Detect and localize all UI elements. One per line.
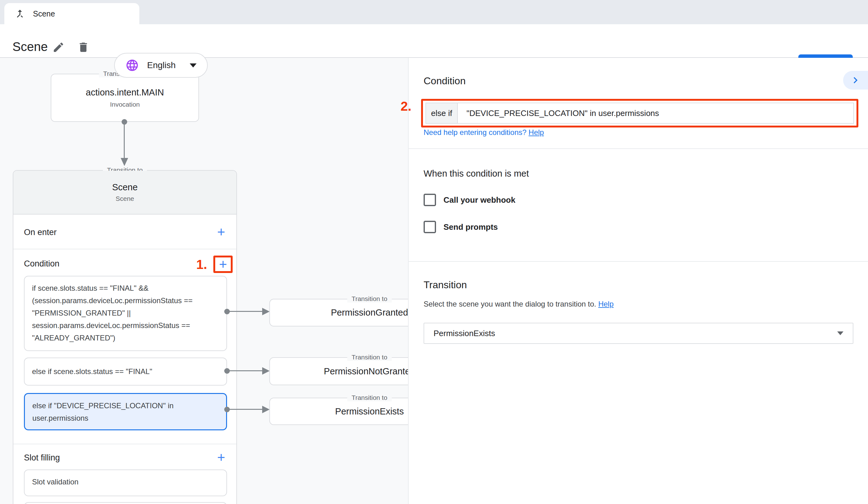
divider: [409, 148, 868, 149]
globe-icon: [125, 59, 139, 72]
transition-help-link[interactable]: Help: [598, 300, 613, 308]
collapse-panel-button[interactable]: [843, 71, 868, 90]
slot-filling-label: Slot filling: [24, 453, 60, 463]
flow-connector-line: [229, 370, 264, 371]
scene-merge-icon: [14, 8, 25, 19]
edit-scene-icon[interactable]: [52, 41, 65, 53]
transition-heading: Transition: [424, 279, 467, 291]
call-webhook-label: Call your webhook: [444, 195, 515, 205]
scene-card-header[interactable]: Scene Scene: [13, 171, 236, 214]
page-title: Scene: [12, 40, 48, 54]
transition-from-box[interactable]: Transition from actions.intent.MAIN Invo…: [51, 74, 199, 122]
transition-description-text: Select the scene you want the dialog to …: [424, 300, 598, 308]
intent-name: actions.intent.MAIN: [86, 87, 164, 98]
on-enter-label: On enter: [24, 228, 56, 237]
call-webhook-checkbox[interactable]: [424, 194, 436, 206]
page-header: Scene English Cancel Save: [0, 24, 868, 58]
target-scene-name: PermissionExists: [335, 406, 404, 417]
transition-from-content: actions.intent.MAIN Invocation: [51, 74, 198, 121]
flow-connector-line: [229, 409, 264, 410]
condition-prefix: else if: [426, 103, 458, 123]
condition-detail-panel: Condition else if "DEVICE_PRECISE_LOCATI…: [408, 58, 868, 504]
annotation-1: 1.: [196, 257, 207, 272]
condition-item-2[interactable]: else if scene.slots.status == "FINAL": [24, 358, 227, 386]
arrow-right-icon: [262, 406, 270, 413]
scene-subtitle: Scene: [116, 195, 134, 202]
add-on-enter-button[interactable]: +: [214, 225, 228, 239]
condition-heading: Condition: [424, 75, 466, 87]
language-value: English: [147, 60, 182, 70]
condition-expression-input[interactable]: "DEVICE_PRECISE_LOCATION" in user.permis…: [458, 103, 854, 123]
condition-item-1[interactable]: if scene.slots.status == "FINAL" && (ses…: [24, 276, 227, 351]
annotation-2: 2.: [401, 99, 412, 114]
divider: [13, 249, 236, 249]
add-slot-button[interactable]: +: [214, 450, 228, 464]
target-scene-name: PermissionNotGranted: [324, 366, 415, 377]
annotation-2-highlight-box: else if "DEVICE_PRECISE_LOCATION" in use…: [421, 99, 858, 127]
scene-title: Scene: [112, 182, 137, 192]
transition-scene-value: PermissionExists: [434, 329, 837, 338]
target-scene-name: PermissionGranted: [331, 307, 408, 318]
webhook-checkbox-row: Call your webhook: [424, 194, 515, 206]
condition-help-line: Need help entering conditions? Help: [424, 128, 544, 137]
delete-scene-icon[interactable]: [77, 41, 90, 53]
language-caret-icon: [190, 63, 197, 67]
send-prompts-label: Send prompts: [444, 222, 498, 232]
slot-validation-item[interactable]: Slot validation: [24, 470, 227, 496]
language-selector[interactable]: English: [114, 53, 208, 78]
arrow-right-icon: [262, 367, 270, 375]
condition-field: else if "DEVICE_PRECISE_LOCATION" in use…: [425, 103, 854, 124]
condition-item-3-selected[interactable]: else if "DEVICE_PRECISE_LOCATION" in use…: [24, 393, 227, 430]
transition-description: Select the scene you want the dialog to …: [424, 300, 613, 308]
tab-scene-label: Scene: [33, 9, 55, 18]
chevron-right-icon: [849, 74, 862, 86]
scene-card: Transition to Scene Scene On enter + Con…: [13, 170, 237, 504]
tab-scene[interactable]: Scene: [4, 3, 140, 24]
divider: [409, 261, 868, 262]
scene-editor-page: Transition from actions.intent.MAIN Invo…: [0, 0, 868, 504]
tab-bar: Scene: [0, 0, 868, 24]
arrow-right-icon: [262, 308, 270, 315]
dropdown-caret-icon: [837, 332, 844, 335]
annotation-1-highlight-box: +: [213, 255, 232, 273]
intent-type: Invocation: [110, 101, 140, 108]
arrow-down-icon: [121, 158, 128, 166]
condition-help-link[interactable]: Help: [529, 128, 544, 136]
flow-connector-line: [229, 311, 264, 312]
when-met-heading: When this condition is met: [424, 169, 529, 179]
transition-scene-dropdown[interactable]: PermissionExists: [424, 323, 854, 344]
partial-item[interactable]: [24, 502, 227, 504]
prompts-checkbox-row: Send prompts: [424, 221, 498, 233]
condition-section-label: Condition: [24, 259, 59, 269]
help-text: Need help entering conditions?: [424, 128, 529, 136]
send-prompts-checkbox[interactable]: [424, 221, 436, 233]
flow-connector-line: [124, 121, 125, 158]
add-condition-button[interactable]: +: [216, 257, 230, 271]
divider: [13, 444, 236, 444]
